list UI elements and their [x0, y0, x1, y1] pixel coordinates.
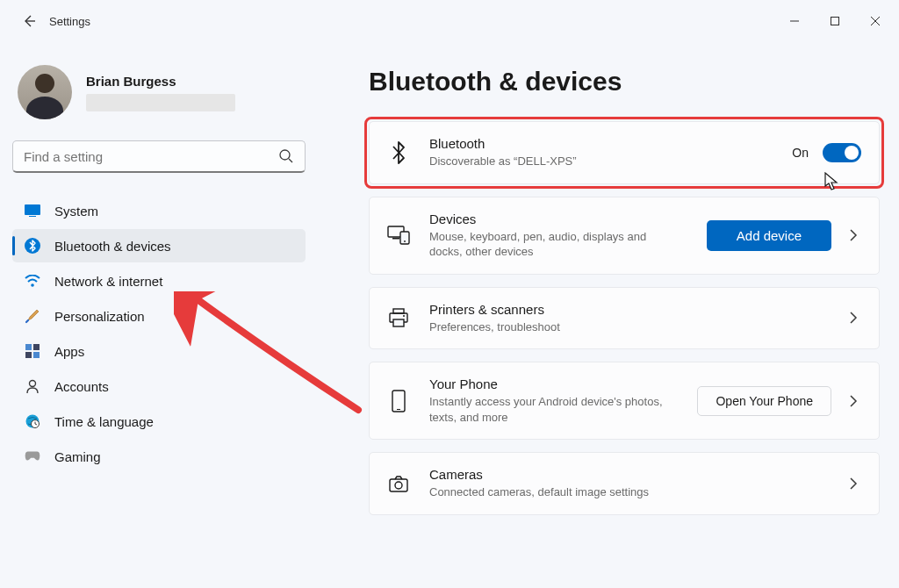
svg-rect-7	[33, 344, 40, 350]
back-button[interactable]	[19, 11, 39, 31]
sidebar-item-accounts[interactable]: Accounts	[12, 369, 306, 403]
svg-rect-21	[392, 391, 405, 412]
card-title: Your Phone	[429, 376, 678, 391]
svg-point-10	[30, 381, 36, 387]
window-title: Settings	[49, 15, 90, 28]
chevron-right-icon	[845, 394, 861, 408]
search-input[interactable]	[24, 149, 278, 164]
close-button[interactable]	[855, 4, 895, 39]
search-box[interactable]	[12, 140, 306, 173]
card-your-phone[interactable]: Your Phone Instantly access your Android…	[369, 362, 880, 440]
card-title: Printers & scanners	[429, 302, 826, 317]
sidebar-item-network[interactable]: Network & internet	[12, 264, 306, 298]
open-your-phone-button[interactable]: Open Your Phone	[697, 386, 831, 416]
svg-rect-22	[397, 409, 400, 410]
monitor-icon	[25, 203, 40, 219]
card-title: Devices	[429, 212, 687, 226]
chevron-right-icon	[845, 477, 861, 491]
sidebar-item-label: Apps	[54, 344, 84, 359]
devices-icon	[387, 226, 410, 245]
bluetooth-icon	[25, 238, 40, 254]
svg-rect-6	[25, 344, 32, 350]
chevron-right-icon	[845, 228, 861, 242]
card-title: Cameras	[429, 467, 826, 482]
sidebar-item-label: Bluetooth & devices	[54, 239, 171, 254]
paintbrush-icon	[25, 308, 40, 324]
svg-point-5	[31, 283, 34, 287]
card-subtitle: Connected cameras, default image setting…	[429, 484, 826, 500]
card-subtitle: Discoverable as “DELL-XPS”	[429, 154, 773, 169]
sidebar-item-label: Network & internet	[54, 274, 162, 289]
svg-rect-19	[393, 319, 404, 326]
card-printers[interactable]: Printers & scanners Preferences, trouble…	[369, 287, 880, 350]
phone-icon	[387, 390, 410, 412]
sidebar-item-gaming[interactable]: Gaming	[12, 440, 306, 473]
profile-section[interactable]: Brian Burgess	[12, 58, 306, 137]
maximize-button[interactable]	[815, 4, 855, 39]
card-subtitle: Preferences, troubleshoot	[429, 319, 826, 335]
sidebar-item-label: System	[54, 204, 98, 219]
avatar	[18, 65, 72, 119]
clock-globe-icon	[25, 413, 40, 429]
add-device-button[interactable]: Add device	[707, 220, 831, 251]
svg-rect-0	[831, 18, 839, 25]
sidebar-item-label: Gaming	[54, 449, 101, 464]
apps-icon	[25, 343, 40, 359]
toggle-state-label: On	[792, 146, 809, 160]
card-subtitle: Instantly access your Android device's p…	[429, 394, 675, 425]
window-controls	[774, 4, 895, 39]
titlebar: Settings	[0, 0, 899, 42]
nav-list: System Bluetooth & devices Network & int…	[12, 194, 306, 473]
sidebar-item-personalization[interactable]: Personalization	[12, 299, 306, 333]
printer-icon	[387, 308, 410, 327]
bluetooth-icon	[387, 141, 410, 164]
profile-email-placeholder	[86, 94, 235, 111]
svg-rect-3	[29, 216, 36, 217]
card-devices[interactable]: Devices Mouse, keyboard, pen, audio, dis…	[369, 197, 880, 275]
sidebar-item-apps[interactable]: Apps	[12, 334, 306, 368]
svg-point-16	[404, 240, 406, 242]
card-subtitle: Mouse, keyboard, pen, audio, displays an…	[429, 229, 658, 260]
svg-rect-14	[392, 238, 399, 240]
svg-rect-17	[393, 309, 404, 313]
sidebar-item-time[interactable]: Time & language	[12, 405, 306, 438]
minimize-button[interactable]	[774, 4, 815, 39]
sidebar: Brian Burgess System Bluetooth & dev	[0, 42, 316, 588]
card-cameras[interactable]: Cameras Connected cameras, default image…	[369, 452, 880, 515]
search-icon	[278, 148, 294, 164]
profile-name: Brian Burgess	[86, 74, 300, 89]
sidebar-item-system[interactable]: System	[12, 194, 306, 227]
card-title: Bluetooth	[429, 136, 773, 151]
page-title: Bluetooth & devices	[369, 67, 880, 97]
main-content: Bluetooth & devices Bluetooth Discoverab…	[316, 42, 899, 588]
wifi-icon	[25, 273, 40, 289]
svg-point-20	[403, 315, 405, 317]
sidebar-item-bluetooth[interactable]: Bluetooth & devices	[12, 229, 306, 262]
gamepad-icon	[25, 448, 40, 464]
chevron-right-icon	[845, 311, 861, 325]
svg-rect-9	[33, 352, 40, 358]
svg-rect-8	[25, 352, 32, 358]
bluetooth-toggle[interactable]	[823, 143, 861, 162]
card-bluetooth: Bluetooth Discoverable as “DELL-XPS” On	[369, 121, 880, 184]
person-icon	[25, 378, 40, 394]
svg-rect-23	[390, 479, 407, 491]
svg-rect-2	[25, 204, 40, 215]
sidebar-item-label: Personalization	[54, 309, 145, 324]
svg-point-1	[280, 150, 290, 160]
sidebar-item-label: Time & language	[54, 414, 154, 429]
svg-point-24	[395, 482, 402, 489]
camera-icon	[387, 475, 410, 492]
sidebar-item-label: Accounts	[54, 379, 109, 394]
